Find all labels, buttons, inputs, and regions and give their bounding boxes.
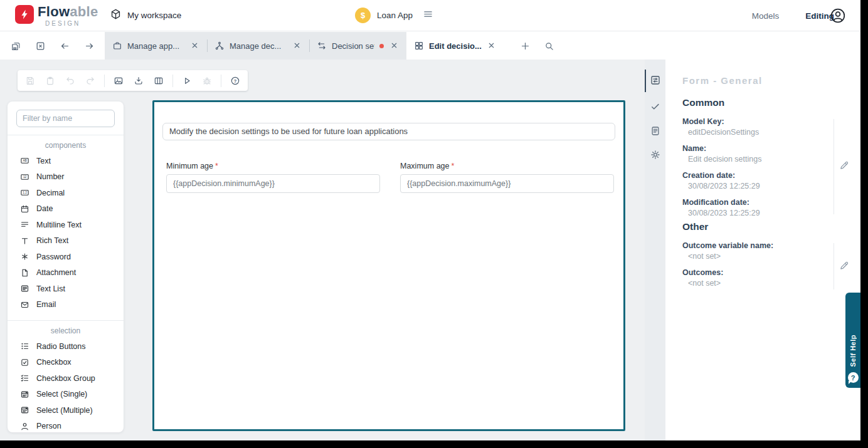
cube-icon <box>110 8 122 22</box>
property-value: 30/08/2023 12:25:29 <box>682 208 822 219</box>
palette-item-label: Decimal <box>36 189 65 197</box>
property-label: Name: <box>682 143 822 154</box>
tab-manage-app[interactable]: Manage app... <box>105 32 207 60</box>
form-properties-icon[interactable] <box>650 75 661 86</box>
save-icon[interactable] <box>24 75 36 87</box>
tab-edit-decision-settings[interactable]: Edit decisio... <box>406 32 504 60</box>
tab-label: Manage app... <box>127 41 186 51</box>
active-panel-indicator <box>645 70 646 92</box>
editor-tab-bar: Manage app... Manage dec... Decision set… <box>0 32 860 60</box>
minimum-age-input[interactable] <box>166 174 380 193</box>
select-single-icon <box>19 389 29 399</box>
palette-item-password[interactable]: Password <box>8 249 124 265</box>
flowable-logo: Flowable DESIGN <box>15 5 98 27</box>
edit-other-pencil-icon[interactable] <box>839 260 850 271</box>
nav-models[interactable]: Models <box>752 11 780 21</box>
settings-gear-icon[interactable] <box>650 149 661 160</box>
palette-divider <box>8 320 124 321</box>
svg-text:AB: AB <box>23 160 26 163</box>
redo-icon[interactable] <box>84 75 97 87</box>
user-avatar-icon[interactable] <box>829 7 847 24</box>
close-icon[interactable] <box>293 41 302 50</box>
property-label: Outcomes: <box>682 268 822 278</box>
paste-icon[interactable] <box>44 75 56 87</box>
debug-icon[interactable] <box>201 75 213 87</box>
radio-buttons-icon <box>19 341 29 352</box>
maximum-age-input[interactable] <box>400 174 614 193</box>
palette-item-multiline-text[interactable]: Multiline Text <box>8 217 124 233</box>
close-icon[interactable] <box>390 41 399 50</box>
property-label: Creation date: <box>682 170 822 181</box>
palette-divider <box>8 135 124 135</box>
property-row: Outcome variable name: <not set> <box>682 241 822 262</box>
tab-label: Manage dec... <box>230 41 288 51</box>
import-icon[interactable] <box>132 75 145 87</box>
add-tab-icon[interactable] <box>517 38 532 53</box>
palette-item-checkbox[interactable]: Checkbox <box>8 355 124 371</box>
brand-text: Flowable DESIGN <box>38 5 98 27</box>
self-help-button[interactable]: Self Help ? <box>845 293 860 388</box>
required-asterisk: * <box>452 162 455 170</box>
property-row: Outcomes: <not set> <box>682 268 822 289</box>
search-tabs-icon[interactable] <box>541 38 556 53</box>
open-tabs: Manage app... Manage dec... Decision set… <box>105 32 504 60</box>
minimum-age-field[interactable]: Minimum age* <box>166 162 380 193</box>
edit-rail <box>834 119 834 214</box>
palette-item-text[interactable]: ABText <box>8 153 124 169</box>
palette-item-number[interactable]: 12Number <box>8 169 124 185</box>
tab-decision-settings[interactable]: Decision set... <box>309 32 406 60</box>
text-field-icon: AB <box>19 156 29 166</box>
flowable-logo-icon <box>15 5 34 24</box>
help-icon[interactable]: ? <box>229 75 241 87</box>
palette-item-label: Number <box>36 172 64 181</box>
palette-item-email[interactable]: Email <box>8 297 124 313</box>
workspace-label: My workspace <box>127 11 181 20</box>
properties-title: Form - General <box>682 75 763 86</box>
palette-item-checkbox-group[interactable]: Checkbox Group <box>8 370 124 387</box>
palette-item-person[interactable]: Person <box>8 419 124 435</box>
back-arrow-icon[interactable] <box>56 38 73 54</box>
close-tab-icon[interactable] <box>32 38 48 54</box>
palette-item-label: Attachment <box>36 268 76 277</box>
palette-item-select-single[interactable]: Select (Single) <box>8 387 124 403</box>
close-icon[interactable] <box>487 41 496 50</box>
field-label: Minimum age* <box>166 162 380 170</box>
documentation-icon[interactable] <box>650 125 661 137</box>
palette-item-label: Text <box>36 157 51 165</box>
export-image-icon[interactable] <box>112 75 125 87</box>
save-all-icon[interactable] <box>8 38 24 54</box>
validation-check-icon[interactable] <box>650 101 661 112</box>
forward-arrow-icon[interactable] <box>81 38 97 54</box>
svg-text:1.2: 1.2 <box>23 192 27 195</box>
undo-icon[interactable] <box>64 75 77 87</box>
form-canvas[interactable]: Modify the decision settings to be used … <box>152 100 625 431</box>
workspace-selector[interactable]: My workspace <box>110 8 181 22</box>
palette-item-select-multiple[interactable]: Select (Multiple) <box>8 402 124 419</box>
edit-common-pencil-icon[interactable] <box>839 160 850 171</box>
current-app[interactable]: $ Loan App <box>355 8 433 23</box>
multiline-text-icon <box>19 220 29 230</box>
layout-columns-icon[interactable] <box>152 75 165 87</box>
palette-item-date[interactable]: Date <box>8 201 124 217</box>
properties-group-common: Common Model Key: editDecisionSettings N… <box>682 97 822 224</box>
palette-item-decimal[interactable]: 1.2Decimal <box>8 185 124 201</box>
run-icon[interactable] <box>181 75 193 87</box>
palette-item-text-list[interactable]: Text List <box>8 281 124 297</box>
palette-item-label: Person <box>36 422 61 430</box>
palette-item-attachment[interactable]: Attachment <box>8 265 124 281</box>
form-description-text[interactable]: Modify the decision settings to be used … <box>162 123 615 140</box>
close-icon[interactable] <box>191 41 199 50</box>
tab-manage-decision[interactable]: Manage dec... <box>207 32 309 60</box>
filter-input[interactable] <box>16 110 115 127</box>
hamburger-icon[interactable] <box>423 9 433 22</box>
palette-item-rich-text[interactable]: Rich Text <box>8 233 124 249</box>
maximum-age-field[interactable]: Maximum age* <box>400 162 614 193</box>
tab-nav-controls <box>0 32 105 60</box>
palette-item-label: Password <box>36 253 71 261</box>
property-row: Name: Edit decision settings <box>682 143 822 165</box>
palette-item-radio-buttons[interactable]: Radio Buttons <box>8 338 124 355</box>
field-label: Maximum age* <box>400 162 614 170</box>
form-editor-toolbar: ? <box>18 70 248 91</box>
property-value: <not set> <box>682 251 822 262</box>
swap-arrows-icon <box>317 41 327 51</box>
